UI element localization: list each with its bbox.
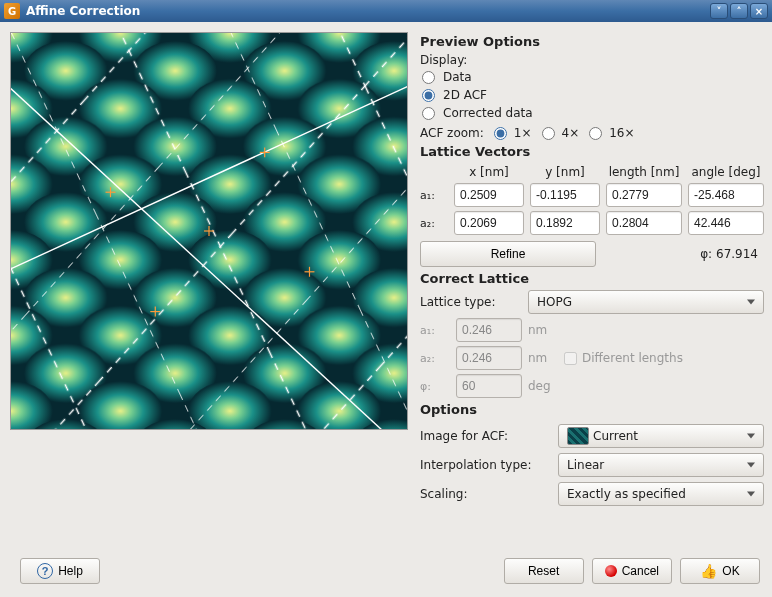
- correct-lattice-title: Correct Lattice: [420, 271, 764, 286]
- options-title: Options: [420, 402, 764, 417]
- scaling-select[interactable]: Exactly as specified: [558, 482, 764, 506]
- app-icon: G: [4, 3, 20, 19]
- titlebar: G Affine Correction ˅ ˄ ×: [0, 0, 772, 22]
- preview-panel: [10, 32, 408, 547]
- a2-label: a₂:: [420, 217, 448, 230]
- a2-x-input[interactable]: [454, 211, 524, 235]
- window-title: Affine Correction: [26, 4, 140, 18]
- scaling-label: Scaling:: [420, 487, 548, 501]
- c-a2-input: [456, 346, 522, 370]
- a1-len-input[interactable]: [606, 183, 682, 207]
- a1-ang-input[interactable]: [688, 183, 764, 207]
- phi-value: 67.914: [716, 247, 758, 261]
- a2-y-input[interactable]: [530, 211, 600, 235]
- preview-options-title: Preview Options: [420, 34, 764, 49]
- c-a1-label: a₁:: [420, 324, 450, 337]
- help-button[interactable]: ?Help: [20, 558, 100, 584]
- c-a1-input: [456, 318, 522, 342]
- cancel-icon: [605, 565, 617, 577]
- zoom-label: ACF zoom:: [420, 126, 484, 140]
- hdr-x: x [nm]: [454, 165, 524, 179]
- display-label: Display:: [420, 53, 764, 67]
- help-icon: ?: [37, 563, 53, 579]
- a2-len-input[interactable]: [606, 211, 682, 235]
- lattice-type-select[interactable]: HOPG: [528, 290, 764, 314]
- ok-button[interactable]: 👍OK: [680, 558, 760, 584]
- radio-corrected[interactable]: Corrected data: [422, 106, 764, 120]
- a2-ang-input[interactable]: [688, 211, 764, 235]
- zoom-4x[interactable]: 4×: [542, 126, 580, 140]
- zoom-16x[interactable]: 16×: [589, 126, 634, 140]
- c-a2-label: a₂:: [420, 352, 450, 365]
- thumbnail-icon: [567, 427, 589, 445]
- interp-label: Interpolation type:: [420, 458, 548, 472]
- ok-icon: 👍: [700, 563, 717, 579]
- refine-button[interactable]: Refine: [420, 241, 596, 267]
- reset-button[interactable]: Reset: [504, 558, 584, 584]
- a1-y-input[interactable]: [530, 183, 600, 207]
- c-phi-label: φ:: [420, 380, 450, 393]
- maximize-button[interactable]: ˄: [730, 3, 748, 19]
- dialog-footer: ?Help Reset Cancel 👍OK: [0, 553, 772, 597]
- lattice-table: x [nm] y [nm] length [nm] angle [deg] a₁…: [420, 165, 764, 235]
- dialog-content: Preview Options Display: Data 2D ACF Cor…: [0, 22, 772, 553]
- hdr-ang: angle [deg]: [688, 165, 764, 179]
- zoom-1x[interactable]: 1×: [494, 126, 532, 140]
- different-lengths-checkbox: Different lengths: [564, 351, 764, 365]
- close-button[interactable]: ×: [750, 3, 768, 19]
- minimize-button[interactable]: ˅: [710, 3, 728, 19]
- lattice-vectors-title: Lattice Vectors: [420, 144, 764, 159]
- image-acf-select[interactable]: Current: [558, 424, 764, 448]
- a1-x-input[interactable]: [454, 183, 524, 207]
- preview-image[interactable]: [10, 32, 408, 430]
- hdr-y: y [nm]: [530, 165, 600, 179]
- c-phi-input: [456, 374, 522, 398]
- lattice-type-label: Lattice type:: [420, 295, 520, 309]
- radio-data[interactable]: Data: [422, 70, 764, 84]
- radio-2d-acf[interactable]: 2D ACF: [422, 88, 764, 102]
- image-acf-label: Image for ACF:: [420, 429, 548, 443]
- cancel-button[interactable]: Cancel: [592, 558, 672, 584]
- hdr-len: length [nm]: [606, 165, 682, 179]
- a1-label: a₁:: [420, 189, 448, 202]
- interp-select[interactable]: Linear: [558, 453, 764, 477]
- controls-panel: Preview Options Display: Data 2D ACF Cor…: [420, 32, 764, 547]
